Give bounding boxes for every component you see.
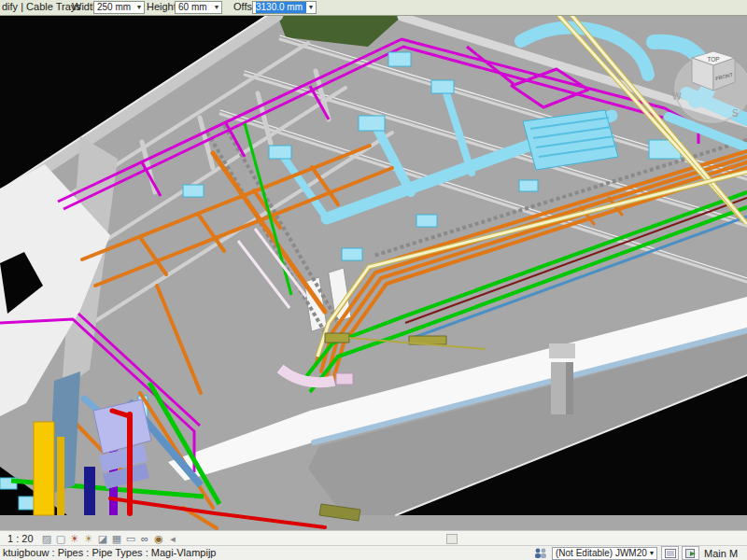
revit-window: dify | Cable Trays Width: 250 mm ▼ Heigh… — [0, 0, 747, 560]
context-label: dify | Cable Trays — [2, 1, 81, 13]
scale-button[interactable]: 1 : 20 — [7, 533, 34, 544]
width-combobox[interactable]: 250 mm ▼ — [93, 1, 145, 14]
active-workset-select[interactable]: (Not Editable) JWM2011 ▼ — [552, 547, 657, 560]
chevron-down-icon[interactable]: ▼ — [306, 2, 316, 13]
status-bar: ktuigbouw : Pipes : Pipe Types : Magi-Vl… — [0, 545, 747, 560]
sun-path-icon[interactable]: ☀ — [68, 532, 82, 545]
visual-style-icon[interactable]: ▢ — [54, 532, 68, 545]
shadows-icon[interactable]: ☀ — [82, 532, 96, 545]
viewcube-top-label[interactable]: TOP — [707, 56, 719, 63]
design-option-label[interactable]: Main M — [704, 548, 747, 559]
worksharing-display-button[interactable] — [661, 546, 679, 560]
sketchy-lines-icon[interactable]: ◪ — [96, 532, 110, 545]
crop-view-icon[interactable]: ▦ — [110, 532, 124, 545]
editable-only-button[interactable] — [682, 546, 699, 560]
chevron-down-icon[interactable]: ▼ — [212, 2, 221, 13]
detail-level-icon[interactable]: ▨ — [40, 532, 54, 545]
offset-combobox[interactable]: 3130.0 mm ▼ — [252, 1, 317, 14]
expand-more-icon[interactable]: ◂ — [166, 532, 180, 545]
options-bar: dify | Cable Trays Width: 250 mm ▼ Heigh… — [0, 0, 747, 16]
model-3d-viewport[interactable]: W S TOP FRONT — [0, 15, 747, 530]
view-control-bar: 1 : 20 ▨ ▢ ☀ ☀ ◪ ▦ ▭ ∞ ◉ ◂ — [0, 530, 747, 545]
height-combobox[interactable]: 60 mm ▼ — [175, 1, 222, 14]
worksets-icon — [533, 547, 548, 559]
reveal-hidden-elements-icon[interactable]: ◉ — [152, 532, 166, 545]
temporary-hide-isolate-icon[interactable]: ∞ — [138, 532, 152, 545]
selection-info-text: ktuigbouw : Pipes : Pipe Types : Magi-Vl… — [3, 547, 216, 558]
scrollbar-thumb[interactable] — [446, 534, 458, 544]
compass-west-label[interactable]: W — [672, 91, 682, 102]
chevron-down-icon[interactable]: ▼ — [647, 550, 656, 556]
compass-south-label[interactable]: S — [732, 108, 739, 119]
chevron-down-icon[interactable]: ▼ — [134, 2, 144, 13]
show-crop-region-icon[interactable]: ▭ — [124, 532, 138, 545]
